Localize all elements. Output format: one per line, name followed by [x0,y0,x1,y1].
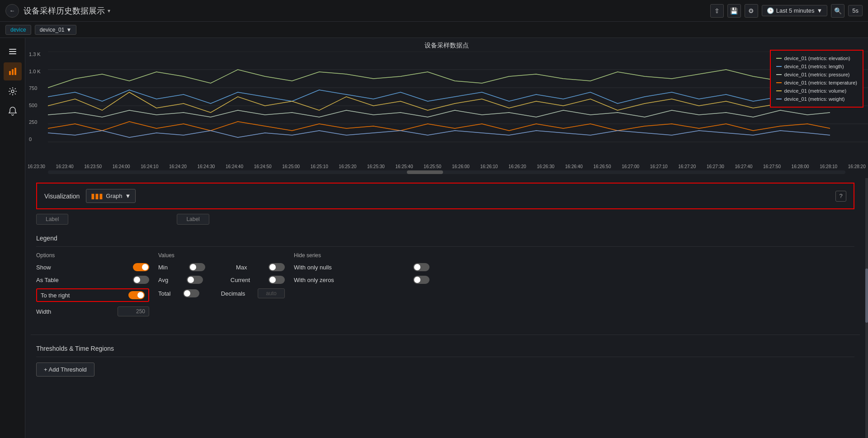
svg-rect-1 [9,51,16,52]
thresholds-title: Thresholds & Time Regions [36,339,854,357]
graph-label: Graph [106,193,122,199]
legend-label-pressure: device_01 (metrics: pressure) [784,71,850,79]
show-toggle[interactable] [133,263,149,271]
content-area: 设备采样数据点 1.3 K 1.0 K 750 500 250 0 [25,38,868,438]
options-column: Options Show As Table To the right [36,252,149,321]
legend-label-volume: device_01 (metrics: volume) [784,87,847,95]
help-button[interactable]: ? [835,191,846,202]
chart-title: 设备采样数据点 [25,38,868,52]
back-button[interactable]: ← [5,4,19,18]
refresh-button[interactable]: 5s [848,5,863,16]
to-right-toggle[interactable] [128,291,145,299]
legend-item-weight: device_01 (metrics: weight) [776,95,857,103]
decimals-label: Decimals [221,290,245,297]
show-option-row: Show [36,263,149,271]
min-label: Min [158,264,168,271]
as-table-toggle[interactable] [133,276,149,284]
visualization-selector[interactable]: ▮▮▮ Graph ▼ [86,189,136,203]
clock-icon: 🕒 [767,7,774,14]
settings-button[interactable]: ⚙ [745,4,758,18]
y-label-0: 0 [29,137,41,142]
sidebar-icon-chart[interactable] [4,62,22,80]
separator [31,334,860,335]
legend-label-temperature: device_01 (metrics: temperature) [784,79,857,87]
panel-edit-area: Visualization ▮▮▮ Graph ▼ ? Label [25,178,868,438]
legend-item-elevation: device_01 (metrics: elevation) [776,54,857,62]
legend-item-length: device_01 (metrics: length) [776,62,857,71]
decimals-input[interactable] [258,288,285,298]
only-nulls-row: With only nulls [294,263,429,271]
sidebar-icon-gear[interactable] [4,82,22,100]
time-range-label: Last 5 minutes [776,7,815,14]
legend-label-weight: device_01 (metrics: weight) [784,95,845,103]
svg-rect-2 [9,53,16,54]
only-zeros-toggle[interactable] [413,276,429,284]
total-toggle[interactable] [183,289,199,297]
chart-scrollbar-thumb[interactable] [407,170,443,174]
legend-dot-pressure [776,74,782,75]
legend-label-length: device_01 (metrics: length) [784,62,844,71]
label-row: Label Label [36,214,854,225]
svg-rect-3 [9,71,11,75]
refresh-label: 5s [852,7,859,14]
legend-item-pressure: device_01 (metrics: pressure) [776,71,857,79]
legend-dot-weight [776,99,782,99]
max-label: Max [236,264,247,271]
search-button[interactable]: 🔍 [831,4,844,18]
chart-scrollbar[interactable] [48,170,845,174]
graph-caret-icon: ▼ [125,193,131,199]
only-nulls-toggle[interactable] [413,263,429,271]
title-text: 设备采样历史数据展示 [24,5,105,16]
max-toggle[interactable] [269,263,285,271]
avg-row: Avg Current [158,276,285,284]
svg-rect-5 [14,68,16,75]
help-label: ? [839,193,842,199]
graph-bar-icon: ▮▮▮ [91,192,103,200]
legend-label-elevation: device_01 (metrics: elevation) [784,54,850,62]
add-threshold-label: + Add Threshold [44,366,87,373]
svg-point-6 [11,90,14,93]
label-box-2: Label [177,214,209,225]
y-label-250: 250 [29,119,41,125]
tag-value-label: device_01 [40,27,65,33]
thresholds-section: Thresholds & Time Regions + Add Threshol… [36,339,854,386]
title-dropdown-caret[interactable]: ▾ [108,8,110,14]
svg-rect-0 [9,49,16,50]
back-icon: ← [9,7,15,14]
values-group-title: Values [158,252,285,259]
time-range-button[interactable]: 🕒 Last 5 minutes ▼ [762,5,827,16]
y-label-500: 500 [29,103,41,108]
legend-dot-volume [776,90,782,91]
tag-value-button[interactable]: device_01 ▼ [35,25,77,35]
width-input[interactable] [118,306,149,316]
current-toggle[interactable] [269,276,285,284]
avg-toggle[interactable] [187,276,203,284]
label-box-1: Label [36,214,68,225]
as-table-label: As Table [36,277,59,283]
top-bar: ← 设备采样历史数据展示 ▾ ⇧ 💾 ⚙ 🕒 Last 5 minutes ▼ … [0,0,868,22]
options-grid: Options Show As Table To the right [36,252,854,330]
save-button[interactable]: 💾 [727,4,741,18]
chart-legend: device_01 (metrics: elevation) device_01… [770,50,863,108]
right-scrollbar-thumb[interactable] [865,268,868,323]
settings-icon: ⚙ [748,7,754,14]
left-sidebar [0,38,25,438]
chart-svg [48,52,868,151]
options-group-title: Options [36,252,149,259]
right-scrollbar[interactable] [865,178,868,438]
min-toggle[interactable] [189,263,205,271]
share-button[interactable]: ⇧ [710,4,724,18]
label-text-1: Label [46,216,59,222]
sidebar-icon-bell[interactable] [4,102,22,120]
save-icon: 💾 [730,7,738,14]
legend-item-volume: device_01 (metrics: volume) [776,87,857,95]
add-threshold-button[interactable]: + Add Threshold [36,363,94,377]
sidebar-icon-layers[interactable] [4,42,22,61]
legend-item-temperature: device_01 (metrics: temperature) [776,79,857,87]
show-label: Show [36,264,51,271]
tag-device-button[interactable]: device [5,25,31,35]
time-caret-icon: ▼ [816,7,822,14]
y-label-1000: 1.0 K [29,69,41,74]
total-label: Total [158,290,170,297]
only-nulls-label: With only nulls [294,264,332,271]
